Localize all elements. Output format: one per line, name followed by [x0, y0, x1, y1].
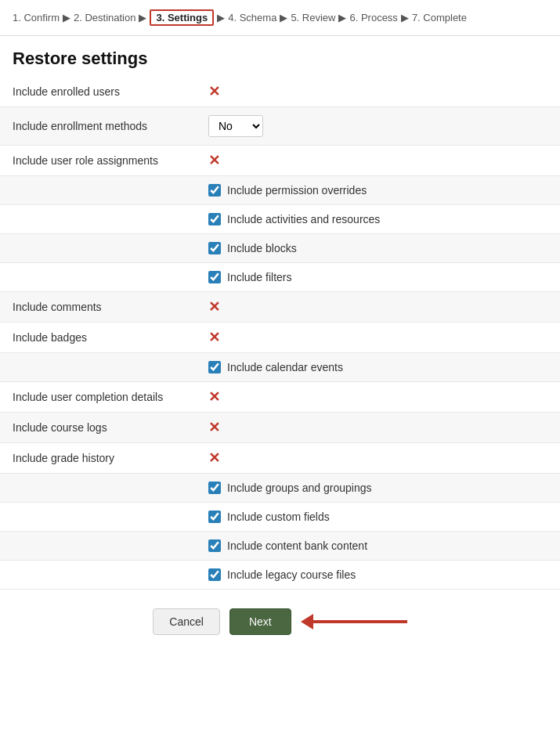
setting-checkbox-row[interactable]: Include blocks — [196, 234, 560, 263]
breadcrumb-step-2[interactable]: 2. Destination — [74, 12, 136, 23]
table-row: Include legacy course files — [0, 561, 560, 590]
setting-label-empty — [0, 234, 196, 263]
breadcrumb-step-7[interactable]: 7. Complete — [412, 12, 467, 23]
cancel-button[interactable]: Cancel — [153, 608, 220, 635]
table-row: Include calendar events — [0, 353, 560, 382]
checkbox-label-row: Include content bank content — [208, 539, 547, 552]
table-row: Include user role assignments✕ — [0, 146, 560, 176]
setting-label: Include badges — [0, 323, 196, 353]
arrow-line — [313, 620, 407, 623]
checkbox-input[interactable] — [208, 184, 221, 197]
setting-label-empty — [0, 205, 196, 234]
checkbox-label: Include filters — [227, 271, 291, 283]
checkbox-label-row: Include permission overrides — [208, 184, 547, 197]
setting-checkbox-row[interactable]: Include permission overrides — [196, 176, 560, 205]
setting-label: Include comments — [0, 292, 196, 323]
setting-checkbox-row[interactable]: Include legacy course files — [196, 561, 560, 590]
setting-label: Include user role assignments — [0, 146, 196, 176]
setting-label: Include course logs — [0, 413, 196, 443]
checkbox-input[interactable] — [208, 242, 221, 254]
breadcrumb-step-1[interactable]: 1. Confirm — [13, 12, 60, 23]
setting-label-empty — [0, 263, 196, 292]
setting-checkbox-row[interactable]: Include custom fields — [196, 503, 560, 532]
checkbox-label-row: Include custom fields — [208, 511, 547, 523]
table-row: Include enrollment methodsNoYes — [0, 107, 560, 146]
checkbox-label-row: Include blocks — [208, 242, 547, 254]
table-row: Include filters — [0, 263, 560, 292]
table-row: Include groups and groupings — [0, 474, 560, 503]
table-row: Include enrolled users✕ — [0, 77, 560, 107]
breadcrumb-arrow-6: ▶ — [401, 12, 409, 23]
table-row: Include permission overrides — [0, 176, 560, 205]
setting-label: Include enrolled users — [0, 77, 196, 107]
table-row: Include course logs✕ — [0, 413, 560, 443]
enrollment-methods-select[interactable]: NoYes — [208, 115, 263, 137]
setting-label-empty — [0, 474, 196, 503]
checkbox-input[interactable] — [208, 482, 221, 494]
arrow-head-icon — [301, 614, 313, 630]
setting-value: ✕ — [196, 443, 560, 474]
setting-value: ✕ — [196, 292, 560, 323]
x-mark-icon: ✕ — [208, 330, 220, 345]
setting-value: ✕ — [196, 146, 560, 176]
breadcrumb-step-3[interactable]: 3. Settings — [150, 9, 214, 26]
page-title: Restore settings — [0, 36, 560, 77]
checkbox-input[interactable] — [208, 539, 221, 552]
table-row: Include activities and resources — [0, 205, 560, 234]
x-mark-icon: ✕ — [208, 450, 220, 466]
breadcrumb-step-5[interactable]: 5. Review — [291, 12, 335, 23]
table-row: Include badges✕ — [0, 323, 560, 353]
checkbox-label: Include calendar events — [227, 361, 343, 373]
setting-checkbox-row[interactable]: Include calendar events — [196, 353, 560, 382]
setting-value: ✕ — [196, 77, 560, 107]
table-row: Include user completion details✕ — [0, 382, 560, 413]
table-row: Include custom fields — [0, 503, 560, 532]
setting-checkbox-row[interactable]: Include content bank content — [196, 532, 560, 561]
setting-value: ✕ — [196, 413, 560, 443]
checkbox-label: Include groups and groupings — [227, 482, 371, 494]
table-row: Include blocks — [0, 234, 560, 263]
x-mark-icon: ✕ — [208, 84, 220, 99]
setting-label: Include user completion details — [0, 382, 196, 413]
x-mark-icon: ✕ — [208, 420, 220, 435]
setting-label: Include enrollment methods — [0, 107, 196, 146]
setting-checkbox-row[interactable]: Include activities and resources — [196, 205, 560, 234]
checkbox-label-row: Include calendar events — [208, 361, 547, 373]
checkbox-label: Include permission overrides — [227, 184, 367, 197]
setting-value: ✕ — [196, 382, 560, 413]
breadcrumb-step-4[interactable]: 4. Schema — [228, 12, 276, 23]
next-button[interactable]: Next — [229, 608, 291, 635]
checkbox-input[interactable] — [208, 213, 221, 225]
x-mark-icon: ✕ — [208, 389, 220, 405]
checkbox-input[interactable] — [208, 271, 221, 283]
checkbox-label-row: Include activities and resources — [208, 213, 547, 225]
checkbox-label: Include legacy course files — [227, 568, 356, 581]
settings-table: Include enrolled users✕Include enrollmen… — [0, 77, 560, 590]
breadcrumb-arrow-2: ▶ — [139, 12, 146, 23]
setting-value: ✕ — [196, 323, 560, 353]
footer: Cancel Next — [0, 596, 560, 648]
setting-label-empty — [0, 176, 196, 205]
breadcrumb: 1. Confirm ▶ 2. Destination ▶ 3. Setting… — [0, 0, 560, 36]
checkbox-label-row: Include legacy course files — [208, 568, 547, 581]
checkbox-label-row: Include filters — [208, 271, 547, 283]
x-mark-icon: ✕ — [208, 299, 220, 315]
setting-checkbox-row[interactable]: Include groups and groupings — [196, 474, 560, 503]
checkbox-label: Include activities and resources — [227, 213, 380, 225]
x-mark-icon: ✕ — [208, 153, 220, 168]
arrow-annotation — [301, 614, 407, 630]
checkbox-label: Include blocks — [227, 242, 297, 254]
setting-value[interactable]: NoYes — [196, 107, 560, 146]
breadcrumb-arrow-5: ▶ — [338, 12, 346, 23]
setting-checkbox-row[interactable]: Include filters — [196, 263, 560, 292]
breadcrumb-step-6[interactable]: 6. Process — [349, 12, 397, 23]
breadcrumb-arrow-4: ▶ — [280, 12, 287, 23]
checkbox-input[interactable] — [208, 361, 221, 373]
table-row: Include grade history✕ — [0, 443, 560, 474]
checkbox-input[interactable] — [208, 568, 221, 581]
breadcrumb-arrow-1: ▶ — [63, 12, 70, 23]
checkbox-label: Include content bank content — [227, 539, 367, 552]
setting-label-empty — [0, 503, 196, 532]
checkbox-input[interactable] — [208, 511, 221, 523]
table-row: Include content bank content — [0, 532, 560, 561]
